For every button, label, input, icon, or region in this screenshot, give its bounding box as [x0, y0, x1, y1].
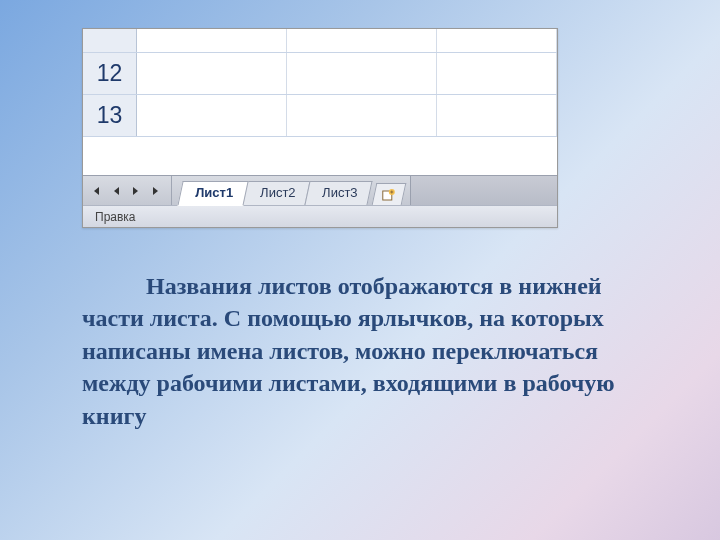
sheet-tab[interactable]: Лист2: [242, 181, 311, 205]
cell[interactable]: [287, 53, 437, 94]
status-text: Правка: [89, 209, 142, 225]
nav-first-icon[interactable]: [87, 182, 105, 200]
cell-area: [137, 95, 557, 136]
sheet-tab-label: Лист2: [260, 185, 295, 200]
cell-area: [137, 29, 557, 52]
spreadsheet-screenshot: 12 13: [82, 28, 558, 228]
grid-row-partial: [83, 29, 557, 53]
spreadsheet-grid: 12 13: [83, 29, 557, 175]
grid-row: 13: [83, 95, 557, 137]
nav-prev-icon[interactable]: [107, 182, 125, 200]
row-header: 12: [83, 53, 137, 94]
new-sheet-button[interactable]: [372, 183, 407, 205]
cell[interactable]: [437, 53, 557, 94]
body-paragraph: Названия листов отображаются в нижней ча…: [82, 273, 615, 429]
grid-row: 12: [83, 53, 557, 95]
nav-next-icon[interactable]: [127, 182, 145, 200]
cell[interactable]: [437, 29, 557, 52]
row-header: [83, 29, 137, 52]
cell[interactable]: [137, 29, 287, 52]
nav-last-icon[interactable]: [147, 182, 165, 200]
sheet-tab[interactable]: Лист3: [305, 181, 374, 205]
sheet-tab-active[interactable]: Лист1: [177, 181, 248, 206]
tab-bar-scroll-area: [410, 176, 557, 205]
row-header: 13: [83, 95, 137, 136]
cell[interactable]: [137, 95, 287, 136]
cell[interactable]: [287, 29, 437, 52]
new-sheet-icon: [382, 189, 396, 201]
sheet-tabs: Лист1 Лист2 Лист3: [172, 176, 404, 205]
sheet-nav-buttons: [83, 176, 172, 205]
cell[interactable]: [287, 95, 437, 136]
sheet-tab-label: Лист1: [195, 185, 233, 200]
cell[interactable]: [437, 95, 557, 136]
cell-area: [137, 53, 557, 94]
sheet-tab-label: Лист3: [323, 185, 358, 200]
sheet-tab-bar: Лист1 Лист2 Лист3: [83, 175, 557, 205]
slide-body-text: Названия листов отображаются в нижней ча…: [82, 270, 660, 432]
cell[interactable]: [137, 53, 287, 94]
status-bar: Правка: [83, 205, 557, 227]
